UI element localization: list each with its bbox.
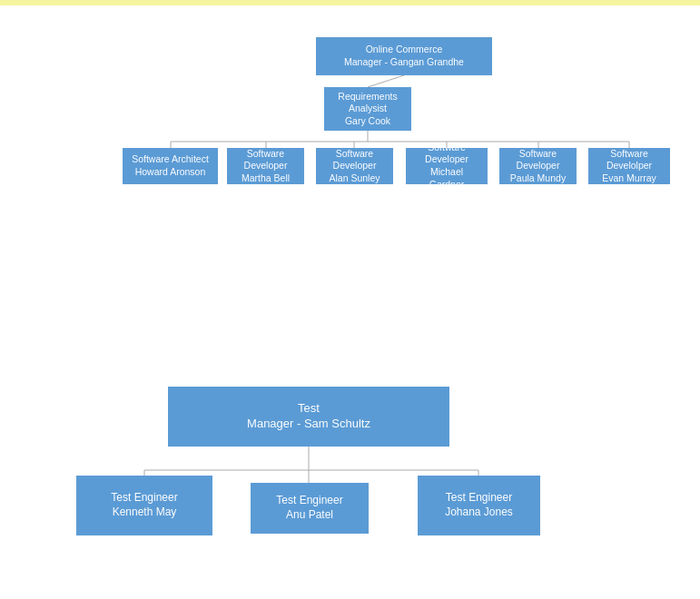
org-chart: Online Commerce Manager - Gangan Grandhe… [0, 5, 700, 599]
node-requirements: Requirements Analysist Gary Cook [324, 87, 411, 131]
node-online-commerce: Online Commerce Manager - Gangan Grandhe [316, 37, 492, 75]
node-test-eng3: Test Engineer Johana Jones [418, 476, 540, 535]
svg-line-0 [368, 75, 404, 87]
node-test-eng2: Test Engineer Anu Patel [251, 483, 369, 534]
node-test-mgr: Test Manager - Sam Schultz [168, 387, 449, 447]
node-test-eng1: Test Engineer Kenneth May [76, 476, 212, 535]
node-sw-arch: Software Architect Howard Aronson [123, 148, 218, 184]
node-sw-dev3: Software Developer Michael Gardner [406, 148, 488, 184]
node-sw-dev4: Software Developer Paula Mundy [499, 148, 577, 184]
node-sw-dev1: Software Developer Martha Bell [227, 148, 304, 184]
node-sw-dev2: Software Developer Alan Sunley [316, 148, 393, 184]
node-sw-dev5: Software Develolper Evan Murray [588, 148, 670, 184]
